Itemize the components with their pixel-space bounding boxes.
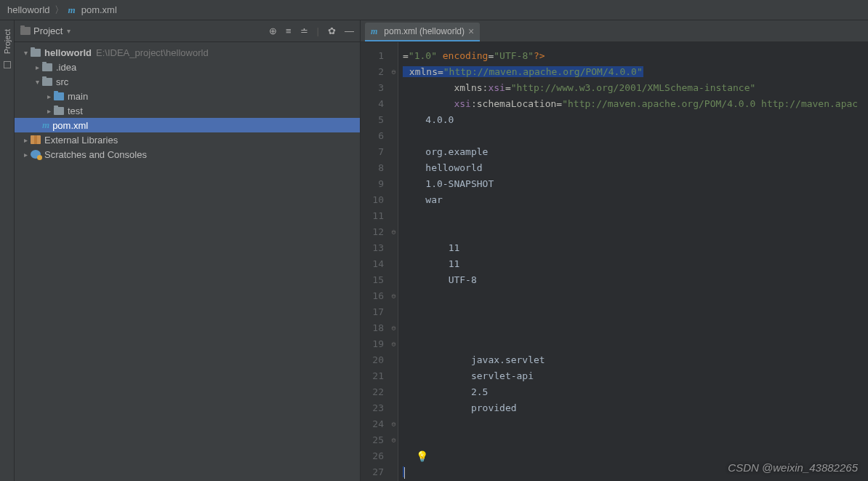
breadcrumb-file[interactable]: pom.xml xyxy=(81,4,117,15)
tree-scratches[interactable]: ▸ Scratches and Consoles xyxy=(15,147,360,162)
folder-icon xyxy=(42,63,52,71)
settings-icon[interactable]: ✿ xyxy=(328,25,336,36)
close-icon[interactable]: × xyxy=(468,25,474,37)
maven-icon: m xyxy=(68,4,76,16)
editor-tab-bar: m pom.xml (helloworld) × xyxy=(361,20,868,42)
tree-root[interactable]: ▾ helloworld E:\IDEA_project\helloworld xyxy=(15,45,360,60)
editor-area: m pom.xml (helloworld) × 123456789101112… xyxy=(361,20,868,481)
breadcrumb-separator: 〉 xyxy=(53,4,65,17)
line-gutter: 1234567891011121314151617181920212223242… xyxy=(361,42,390,481)
breadcrumb-project[interactable]: helloworld xyxy=(7,4,50,15)
project-icon xyxy=(20,27,31,35)
stripe-icon xyxy=(4,61,11,68)
project-tree[interactable]: ▾ helloworld E:\IDEA_project\helloworld … xyxy=(15,42,360,481)
library-icon xyxy=(31,135,41,144)
tree-test[interactable]: ▸ test xyxy=(15,103,360,118)
project-panel: Project ▾ ⊕ ≡ ≐ | ✿ — ▾ helloworld E:\ID… xyxy=(15,20,361,481)
tab-label: pom.xml (helloworld) xyxy=(384,26,465,36)
tree-ext-libs[interactable]: ▸ External Libraries xyxy=(15,132,360,147)
breadcrumb: helloworld 〉 m pom.xml xyxy=(0,0,868,20)
fold-gutter[interactable]: ⊖⊖⊖⊖⊖⊖⊖ xyxy=(390,42,398,481)
tree-pom[interactable]: m pom.xml xyxy=(15,118,360,132)
hide-icon[interactable]: — xyxy=(345,25,354,36)
maven-icon: m xyxy=(371,26,377,37)
editor-tab[interactable]: m pom.xml (helloworld) × xyxy=(365,23,480,41)
tree-src[interactable]: ▾ src xyxy=(15,74,360,89)
divider: | xyxy=(317,25,319,36)
code-editor[interactable]: 1234567891011121314151617181920212223242… xyxy=(361,42,868,481)
project-panel-title[interactable]: Project xyxy=(33,25,63,36)
project-panel-header: Project ▾ ⊕ ≡ ≐ | ✿ — xyxy=(15,20,360,42)
watermark: CSDN @weixin_43882265 xyxy=(728,461,858,474)
expand-all-icon[interactable]: ≡ xyxy=(286,25,292,36)
scratch-icon xyxy=(31,150,41,159)
tree-main[interactable]: ▸ main xyxy=(15,89,360,103)
folder-icon xyxy=(42,78,52,86)
chevron-down-icon[interactable]: ▾ xyxy=(67,27,71,35)
project-tool-tab[interactable]: Project xyxy=(3,26,12,57)
folder-icon xyxy=(54,92,64,100)
code-content[interactable]: ="1.0" encoding="UTF-8"?> xmlns="http://… xyxy=(398,42,868,481)
locate-icon[interactable]: ⊕ xyxy=(269,25,277,36)
folder-icon xyxy=(31,49,41,57)
tree-idea[interactable]: ▸ .idea xyxy=(15,60,360,74)
maven-icon: m xyxy=(42,119,49,131)
folder-icon xyxy=(54,107,64,115)
tool-window-stripe: Project xyxy=(0,20,15,481)
collapse-all-icon[interactable]: ≐ xyxy=(300,25,308,36)
